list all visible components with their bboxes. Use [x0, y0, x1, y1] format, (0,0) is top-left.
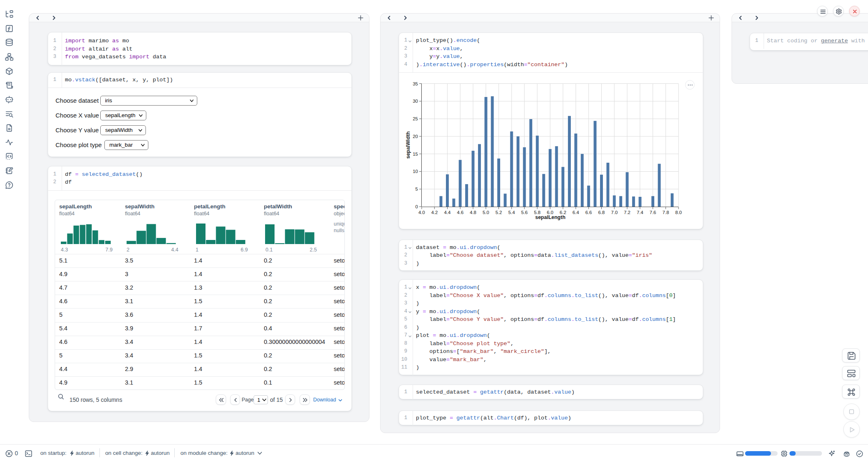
- svg-text:7.2: 7.2: [624, 210, 630, 215]
- svg-text:4.8: 4.8: [470, 210, 476, 215]
- svg-text:4.6: 4.6: [457, 210, 464, 215]
- svg-text:5.2: 5.2: [496, 210, 502, 215]
- svg-text:25: 25: [413, 116, 418, 121]
- svg-text:7.8: 7.8: [663, 210, 669, 215]
- svg-text:4.4: 4.4: [444, 210, 451, 215]
- svg-text:20: 20: [413, 134, 418, 139]
- svg-text:sepalLength: sepalLength: [535, 214, 566, 220]
- svg-text:7.6: 7.6: [650, 210, 656, 215]
- svg-text:5.0: 5.0: [482, 210, 489, 215]
- svg-text:4.0: 4.0: [418, 210, 425, 215]
- svg-text:5.4: 5.4: [508, 210, 515, 215]
- svg-text:4.2: 4.2: [431, 210, 438, 215]
- svg-text:6.8: 6.8: [598, 210, 605, 215]
- svg-text:5.6: 5.6: [521, 210, 528, 215]
- svg-text:8.0: 8.0: [675, 210, 682, 215]
- svg-text:10: 10: [413, 169, 418, 174]
- svg-text:7.0: 7.0: [611, 210, 618, 215]
- svg-text:sepalWidth: sepalWidth: [405, 131, 411, 159]
- svg-text:15: 15: [413, 152, 418, 157]
- svg-text:30: 30: [413, 99, 418, 104]
- svg-text:0: 0: [416, 204, 418, 209]
- svg-text:7.4: 7.4: [637, 210, 644, 215]
- svg-text:35: 35: [413, 81, 418, 86]
- svg-text:5: 5: [416, 187, 418, 191]
- svg-text:6.6: 6.6: [585, 210, 592, 215]
- svg-text:6.4: 6.4: [573, 210, 579, 215]
